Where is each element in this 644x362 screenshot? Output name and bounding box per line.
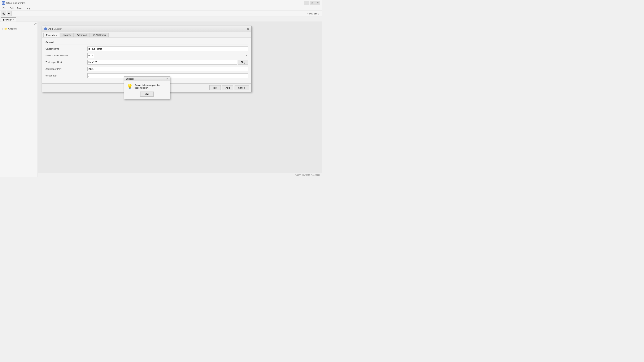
success-dialog-title-bar: Success ✕	[124, 77, 170, 81]
tab-browser-label: Browser	[3, 18, 12, 21]
app-title: Offset Explorer 2.1	[6, 2, 26, 4]
title-bar: OE Offset Explorer 2.1 — □ ✕	[0, 0, 322, 6]
status-bar: CSDN @wgixin_47134119	[38, 173, 322, 177]
app-icon: OE	[2, 1, 5, 4]
success-message-row: 💡 Server is listening on the specified p…	[126, 84, 167, 89]
close-button[interactable]: ✕	[315, 1, 320, 5]
folder-icon: 📁	[4, 27, 7, 30]
memory-indicator: 45M / 285M	[307, 12, 320, 15]
menu-file[interactable]: File	[1, 6, 8, 10]
success-dialog-body: 💡 Server is listening on the specified p…	[124, 81, 170, 99]
menu-help[interactable]: Help	[24, 6, 32, 10]
sidebar-refresh-area: ↺	[1, 23, 37, 26]
toolbar-btn-1[interactable]: 🔌	[1, 11, 6, 16]
maximize-button[interactable]: □	[310, 1, 315, 5]
toolbar: 🔌 ↩ 45M / 285M	[0, 10, 322, 17]
toolbar-btn-2[interactable]: ↩	[7, 11, 12, 16]
menu-bar: File Edit Tools Help	[0, 6, 322, 10]
sidebar-item-label: Clusters	[8, 27, 16, 30]
sidebar: ↺ ▶ 📁 Clusters	[0, 22, 38, 177]
success-dialog-title: Success	[126, 77, 134, 80]
tree-expand-icon: ▶	[2, 28, 3, 30]
success-lightbulb-icon: 💡	[126, 84, 133, 89]
status-text: CSDN @wgixin_47134119	[296, 174, 320, 176]
success-ok-button[interactable]: 确定	[140, 91, 154, 97]
success-message-text: Server is listening on the specified por…	[134, 84, 167, 89]
minimize-button[interactable]: —	[304, 1, 310, 5]
success-dialog: Success ✕ 💡 Server is listening on the s…	[124, 76, 170, 99]
sidebar-refresh-button[interactable]: ↺	[34, 23, 37, 26]
add-cluster-dialog: + Add Cluster ✕ Properties Security Adva…	[42, 26, 252, 92]
tab-browser[interactable]: Browser ✕	[1, 17, 16, 21]
content-area: + Add Cluster ✕ Properties Security Adva…	[38, 22, 322, 177]
success-dialog-close-button[interactable]: ✕	[166, 77, 168, 80]
main-tab-bar: Browser ✕	[0, 17, 322, 22]
sidebar-item-clusters[interactable]: ▶ 📁 Clusters	[1, 27, 37, 30]
success-overlay: Success ✕ 💡 Server is listening on the s…	[42, 26, 251, 92]
tab-browser-close[interactable]: ✕	[12, 18, 14, 21]
window-controls: — □ ✕	[304, 1, 320, 5]
main-layout: ↺ ▶ 📁 Clusters + Add Cluster ✕ Propertie…	[0, 22, 322, 177]
menu-edit[interactable]: Edit	[8, 6, 15, 10]
toolbar-left: 🔌 ↩	[1, 11, 12, 16]
menu-tools[interactable]: Tools	[15, 6, 24, 10]
title-bar-left: OE Offset Explorer 2.1	[2, 1, 26, 4]
